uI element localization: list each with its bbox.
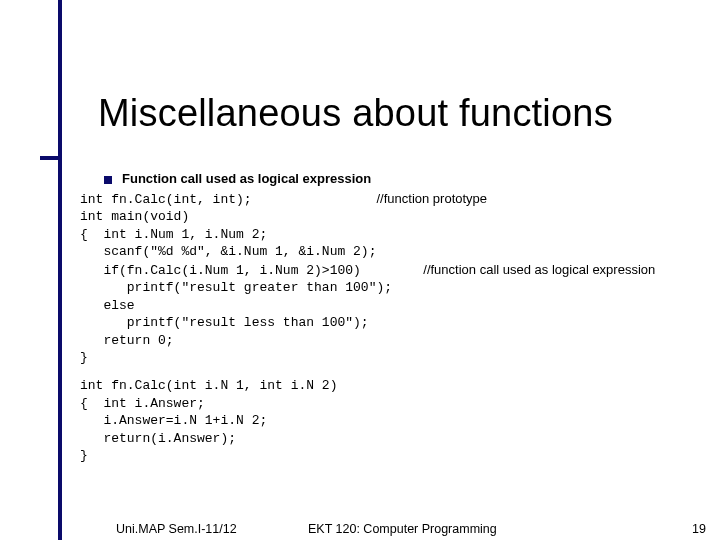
vertical-accent-line bbox=[58, 0, 62, 540]
code-line: if(fn.Calc(i.Num 1, i.Num 2)>100) //func… bbox=[80, 261, 700, 280]
code-line: int fn.Calc(int i.N 1, int i.N 2) bbox=[80, 377, 700, 395]
code-line: int fn.Calc(int, int); //function protot… bbox=[80, 190, 700, 209]
horizontal-accent-tick bbox=[40, 156, 62, 160]
code-line: return(i.Answer); bbox=[80, 430, 700, 448]
footer-left: Uni.MAP Sem.I-11/12 bbox=[116, 522, 237, 536]
code-line: i.Answer=i.N 1+i.N 2; bbox=[80, 412, 700, 430]
slide-title: Miscellaneous about functions bbox=[98, 92, 613, 135]
footer-center: EKT 120: Computer Programming bbox=[308, 522, 497, 536]
code-line: } bbox=[80, 447, 700, 465]
slide-content: Function call used as logical expression… bbox=[80, 170, 700, 465]
code-line: { int i.Num 1, i.Num 2; bbox=[80, 226, 700, 244]
code-line: scanf("%d %d", &i.Num 1, &i.Num 2); bbox=[80, 243, 700, 261]
code-line: printf("result less than 100"); bbox=[80, 314, 700, 332]
footer-page-number: 19 bbox=[692, 522, 706, 536]
code-line: } bbox=[80, 349, 700, 367]
code-line: return 0; bbox=[80, 332, 700, 350]
slide: Miscellaneous about functions Function c… bbox=[0, 0, 720, 540]
code-comment: //function call used as logical expressi… bbox=[423, 262, 655, 277]
bullet-text: Function call used as logical expression bbox=[122, 171, 371, 186]
spacer bbox=[80, 367, 700, 377]
square-bullet-icon bbox=[104, 176, 112, 184]
code-line: printf("result greater than 100"); bbox=[80, 279, 700, 297]
code-line: { int i.Answer; bbox=[80, 395, 700, 413]
code-line: else bbox=[80, 297, 700, 315]
code-comment: //function prototype bbox=[376, 191, 487, 206]
bullet-line: Function call used as logical expression bbox=[80, 170, 700, 188]
code-line: int main(void) bbox=[80, 208, 700, 226]
